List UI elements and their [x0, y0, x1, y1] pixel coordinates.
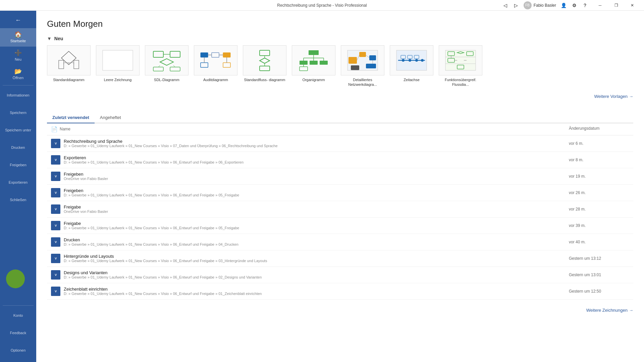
template-thumb-standarddiagramm — [47, 45, 91, 75]
file-name: Zeichenblatt einrichten — [64, 287, 569, 292]
file-row[interactable]: V Freigabe OneDrive von Fabio Basler vor… — [47, 201, 633, 218]
file-row[interactable]: V Freigeben D: » Gewerbe » 01_Udemy Lauf… — [47, 185, 633, 201]
file-row[interactable]: V Drucken D: » Gewerbe » 01_Udemy Laufwe… — [47, 234, 633, 250]
file-date: vor 19 m. — [569, 174, 629, 179]
svg-marker-1 — [59, 60, 64, 69]
template-auditdiagramm[interactable]: Auditdiagramm — [194, 45, 237, 87]
file-row[interactable]: V Freigabe D: » Gewerbe » 01_Udemy Laufw… — [47, 218, 633, 234]
template-detailliertes-netzwerk[interactable]: Detailliertes Netzwerkdiagra... — [341, 45, 384, 87]
file-name: Drucken — [64, 237, 569, 242]
sidebar-item-freigeben[interactable]: Freigeben — [0, 157, 36, 174]
weitere-zeichnungen-text: Weitere Zeichnungen — [586, 308, 628, 313]
file-info: Zeichenblatt einrichten D: » Gewerbe » 0… — [64, 287, 569, 296]
template-zeitachse[interactable]: Zeitachse — [390, 45, 433, 87]
sidebar-item-optionen[interactable]: Optionen — [0, 342, 36, 359]
template-organigramm[interactable]: Organigramm — [292, 45, 335, 87]
sidebar-item-neu[interactable]: ➕ Neu — [0, 47, 36, 65]
sidebar-nav: 🏠 Startseite ➕ Neu 📂 Öffnen Informatione… — [0, 28, 36, 304]
new-icon: ➕ — [14, 50, 22, 56]
visio-badge: V — [51, 270, 60, 280]
visio-file-icon: V — [51, 188, 60, 197]
account-icons: 👤 ⚙ ? — [559, 1, 590, 10]
visio-badge: V — [51, 204, 60, 214]
sidebar-item-feedback[interactable]: Feedback — [0, 324, 36, 342]
visio-file-icon: V — [51, 237, 60, 247]
template-name-organigramm: Organigramm — [302, 77, 325, 82]
svg-rect-59 — [445, 50, 476, 70]
sidebar-item-drucken[interactable]: Drucken — [0, 139, 36, 157]
titlebar-icons: ◁ ▷ — [501, 1, 521, 10]
template-funktionsubergreif[interactable]: Funktionsübergreif. Flussdia... — [439, 45, 482, 87]
sidebar-item-oeffnen[interactable]: 📂 Öffnen — [0, 65, 36, 83]
svg-rect-40 — [300, 67, 308, 71]
file-info: Hintergründe und Layouts D: » Gewerbe » … — [64, 254, 569, 263]
file-path: D: » Gewerbe » 01_Udemy Laufwerk » 01_Ne… — [64, 259, 569, 263]
svg-rect-44 — [369, 55, 376, 60]
settings-icon[interactable]: ⚙ — [570, 1, 579, 10]
svg-point-55 — [421, 59, 424, 62]
titlebar-user: FB Fabio Basler — [524, 1, 556, 9]
file-name: Rechtschreibung und Sprache — [64, 139, 569, 144]
help-icon[interactable]: ? — [580, 1, 590, 10]
visio-file-icon: V — [51, 287, 60, 296]
template-name-netzwerk: Detailliertes Netzwerkdiagra... — [341, 77, 384, 87]
svg-rect-36 — [300, 61, 308, 65]
svg-rect-19 — [223, 53, 230, 57]
template-standardfluss[interactable]: Standardfluss- diagramm — [243, 45, 286, 87]
svg-marker-2 — [74, 60, 79, 69]
svg-rect-43 — [359, 52, 366, 57]
account-icon[interactable]: 👤 — [559, 1, 568, 10]
svg-rect-38 — [320, 61, 328, 65]
weitere-vorlagen-link[interactable]: Weitere Vorlagen → — [594, 94, 634, 99]
header-name: Name — [60, 127, 70, 131]
file-row[interactable]: V Designs und Varianten D: » Gewerbe » 0… — [47, 267, 633, 283]
sidebar-item-speichern-unter[interactable]: Speichern unter — [0, 122, 36, 139]
template-name-zeitachse: Zeitachse — [404, 77, 420, 82]
page-title: Guten Morgen — [47, 19, 633, 29]
svg-rect-42 — [348, 57, 357, 64]
file-name: Hintergründe und Layouts — [64, 254, 569, 259]
template-name-auditdiagramm: Auditdiagramm — [203, 77, 228, 82]
restore-button[interactable]: ❐ — [608, 0, 624, 11]
svg-rect-18 — [212, 53, 219, 57]
window-controls: ─ ❐ ✕ — [592, 0, 640, 11]
file-row[interactable]: V Freigeben OneDrive von Fabio Basler vo… — [47, 168, 633, 185]
template-thumb-funktionsubergreif — [439, 45, 482, 75]
file-path: OneDrive von Fabio Basler — [64, 177, 569, 181]
svg-marker-11 — [160, 59, 173, 65]
template-sdl-diagramm[interactable]: SDL-Diagramm — [145, 45, 189, 87]
visio-badge: V — [51, 287, 60, 296]
file-list: V Rechtschreibung und Sprache D: » Gewer… — [47, 135, 633, 300]
avatar: FB — [524, 1, 532, 9]
weitere-zeichnungen-link[interactable]: Weitere Zeichnungen → — [586, 308, 633, 313]
tab-angeheftet[interactable]: Angeheftet — [95, 112, 126, 123]
tab-zuletzt-verwendet[interactable]: Zuletzt verwendet — [47, 112, 95, 123]
close-button[interactable]: ✕ — [625, 0, 640, 11]
template-name-funktionsubergreif: Funktionsübergreif. Flussdia... — [439, 77, 482, 87]
file-row[interactable]: V Rechtschreibung und Sprache D: » Gewer… — [47, 135, 633, 152]
file-name: Freigabe — [64, 204, 569, 209]
sidebar-item-speichern[interactable]: Speichern — [0, 104, 36, 122]
template-name-leere-zeichnung: Leere Zeichnung — [104, 77, 132, 82]
file-row[interactable]: V Hintergründe und Layouts D: » Gewerbe … — [47, 250, 633, 267]
minimize-button[interactable]: ─ — [592, 0, 608, 11]
svg-rect-37 — [310, 61, 318, 65]
section-neu-header[interactable]: ▼ Neu — [47, 36, 633, 41]
back-nav-icon[interactable]: ◁ — [501, 1, 510, 10]
sidebar-item-informationen[interactable]: Informationen — [0, 87, 36, 104]
sidebar-item-konto[interactable]: Konto — [0, 307, 36, 324]
file-row[interactable]: V Exportieren D: » Gewerbe » 01_Udemy La… — [47, 152, 633, 168]
back-button[interactable]: ← — [11, 13, 25, 27]
sidebar-label-freigeben: Freigeben — [10, 163, 26, 167]
forward-nav-icon[interactable]: ▷ — [512, 1, 521, 10]
svg-rect-8 — [153, 51, 163, 57]
file-row[interactable]: V Zeichenblatt einrichten D: » Gewerbe »… — [47, 283, 633, 300]
template-name-sdl-diagramm: SDL-Diagramm — [154, 77, 179, 82]
sidebar-item-schliessen[interactable]: Schließen — [0, 191, 36, 209]
sidebar-item-exportieren[interactable]: Exportieren — [0, 174, 36, 191]
arrow-right-icon: → — [629, 94, 633, 99]
sidebar-item-startseite[interactable]: 🏠 Startseite — [0, 28, 36, 47]
template-standarddiagramm[interactable]: Standarddiagramm — [47, 45, 91, 87]
template-leere-zeichnung[interactable]: Leere Zeichnung — [96, 45, 140, 87]
file-info: Freigabe OneDrive von Fabio Basler — [64, 204, 569, 214]
